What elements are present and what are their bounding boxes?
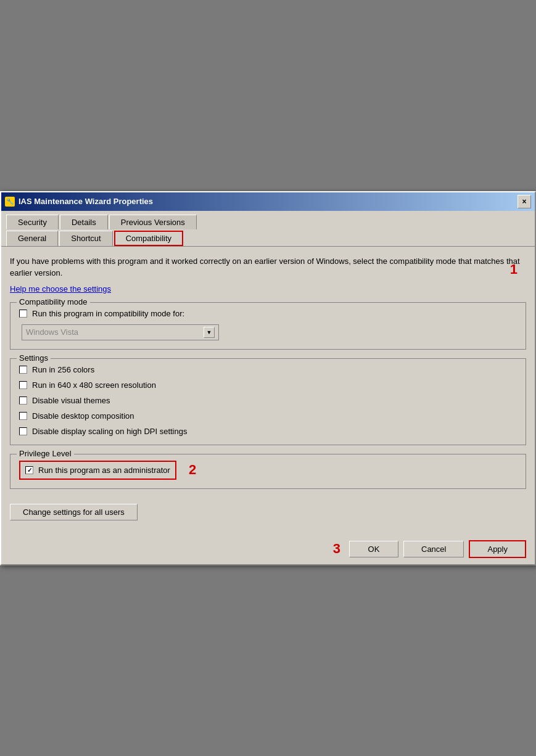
tab-previous-versions[interactable]: Previous Versions — [109, 215, 197, 229]
label-dpi-scaling: Disable display scaling on high DPI sett… — [32, 427, 187, 436]
checkbox-256-colors[interactable] — [19, 366, 27, 374]
annotation-2: 2 — [189, 462, 196, 478]
window-icon: 🔧 — [5, 197, 15, 207]
privilege-checkbox-highlighted-row: Run this program as an administrator — [19, 461, 176, 480]
dropdown-arrow-icon: ▼ — [204, 327, 215, 338]
settings-item-0: Run in 256 colors — [19, 365, 517, 374]
ok-button[interactable]: OK — [349, 541, 398, 557]
settings-item-4: Disable display scaling on high DPI sett… — [19, 427, 517, 436]
tab-shortcut[interactable]: Shortcut — [59, 231, 112, 246]
run-as-admin-label: Run this program as an administrator — [38, 466, 170, 475]
info-text: If you have problems with this program a… — [10, 255, 526, 279]
tab-compatibility[interactable]: Compatibility — [114, 231, 183, 246]
tab-details[interactable]: Details — [60, 215, 108, 229]
privilege-level-legend: Privilege Level — [17, 449, 74, 458]
tab-general[interactable]: General — [6, 231, 58, 246]
tabs-container: Security Details Previous Versions Gener… — [1, 211, 535, 246]
privilege-level-group: Privilege Level Run this program as an a… — [10, 454, 526, 489]
run-as-admin-checkbox[interactable] — [25, 466, 33, 474]
label-desktop-composition: Disable desktop composition — [32, 411, 134, 421]
checkbox-visual-themes[interactable] — [19, 396, 27, 405]
compatibility-mode-legend: Compatibility mode — [17, 297, 90, 306]
tab-row-1: Security Details Previous Versions — [6, 215, 530, 229]
close-button[interactable]: × — [517, 195, 531, 208]
label-640x480: Run in 640 x 480 screen resolution — [32, 380, 156, 390]
label-256-colors: Run in 256 colors — [32, 365, 94, 374]
change-settings-button[interactable]: Change settings for all users — [10, 504, 138, 520]
checkbox-640x480[interactable] — [19, 381, 27, 389]
help-link[interactable]: Help me choose the settings — [10, 284, 526, 294]
compatibility-mode-checkbox[interactable] — [19, 310, 27, 318]
dialog-buttons: 3 OK Cancel Apply — [1, 535, 535, 564]
content-area: 1 If you have problems with this program… — [1, 246, 535, 504]
apply-button[interactable]: Apply — [469, 540, 526, 558]
annotation-3: 3 — [333, 541, 340, 557]
settings-group: Settings Run in 256 colors Run in 640 x … — [10, 358, 526, 445]
settings-item-1: Run in 640 x 480 screen resolution — [19, 380, 517, 390]
tab-security[interactable]: Security — [6, 215, 59, 229]
privilege-row-wrapper: Run this program as an administrator 2 — [19, 461, 517, 480]
tab-row-2: General Shortcut Compatibility — [6, 231, 530, 246]
title-bar: 🔧 IAS Maintenance Wizard Properties × — [1, 192, 535, 211]
title-bar-left: 🔧 IAS Maintenance Wizard Properties — [5, 197, 153, 207]
dropdown-value: Windows Vista — [26, 327, 78, 337]
annotation-1: 1 — [510, 261, 517, 277]
properties-dialog: 🔧 IAS Maintenance Wizard Properties × Se… — [0, 191, 536, 565]
settings-item-2: Disable visual themes — [19, 396, 517, 405]
dropdown-container: Windows Vista ▼ — [22, 324, 517, 340]
label-visual-themes: Disable visual themes — [32, 396, 110, 405]
compatibility-dropdown[interactable]: Windows Vista ▼ — [22, 324, 219, 340]
bottom-section: Change settings for all users — [1, 504, 535, 535]
settings-legend: Settings — [17, 353, 51, 363]
compatibility-mode-label: Run this program in compatibility mode f… — [32, 309, 184, 318]
window-title: IAS Maintenance Wizard Properties — [19, 197, 153, 206]
info-section: 1 If you have problems with this program… — [10, 255, 526, 294]
cancel-button[interactable]: Cancel — [403, 541, 464, 557]
checkbox-desktop-composition[interactable] — [19, 412, 27, 420]
settings-item-3: Disable desktop composition — [19, 411, 517, 421]
compatibility-mode-group: Compatibility mode Run this program in c… — [10, 302, 526, 350]
checkbox-dpi-scaling[interactable] — [19, 427, 27, 435]
compatibility-mode-checkbox-row: Run this program in compatibility mode f… — [19, 309, 517, 318]
